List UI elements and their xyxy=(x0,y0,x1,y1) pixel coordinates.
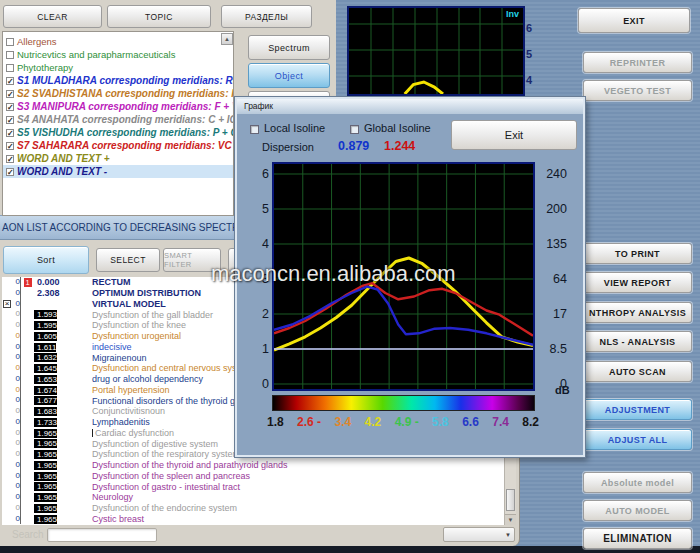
exit-button[interactable]: EXIT xyxy=(578,8,690,33)
list-item[interactable]: ✓S3 MANIPURA corresponding meridians: F … xyxy=(3,100,233,113)
row-count-cell: 0 xyxy=(11,385,21,396)
left-axis-tick: 5 xyxy=(245,202,269,216)
object-button[interactable]: Object xyxy=(248,63,330,88)
dialog-exit-button[interactable]: Exit xyxy=(451,120,577,150)
row-value-cell: 1.677 xyxy=(34,395,84,406)
adjustment-button[interactable]: ADJUSTMENT xyxy=(583,399,692,420)
list-item[interactable]: Allergens xyxy=(3,35,233,48)
list-item-label: WORD AND TEXT + xyxy=(17,153,110,164)
scroll-down-icon[interactable]: ▼ xyxy=(505,514,516,525)
row-name-cell: Cystic breast xyxy=(84,514,516,524)
scroll-up-icon[interactable]: ▲ xyxy=(221,33,233,45)
filter-dropdown[interactable]: ▼ xyxy=(443,527,515,542)
search-input[interactable] xyxy=(47,528,157,542)
auto-scan-button[interactable]: AUTO SCAN xyxy=(583,361,692,382)
nthropy-analysis-button[interactable]: NTHROPY ANALYSIS xyxy=(583,302,692,323)
row-value-cell: 1.605 xyxy=(34,331,84,342)
row-count-cell: 0 xyxy=(11,352,21,363)
left-axis-tick: 3 xyxy=(245,272,269,286)
table-row[interactable]: 01.965Neurology xyxy=(2,492,516,503)
list-item[interactable]: ✓S5 VISHUDHA corresponding meridians: P … xyxy=(3,126,233,139)
checkbox-icon[interactable]: ✓ xyxy=(6,77,14,85)
row-count-cell: 0 xyxy=(11,299,21,310)
spectral-value: 1.645 xyxy=(34,364,57,373)
table-row[interactable]: 01.965Dysfunction of the spleen and panc… xyxy=(2,471,516,482)
row-count-cell: 0 xyxy=(11,492,21,503)
list-item[interactable]: ✓WORD AND TEXT + xyxy=(3,152,233,165)
list-item[interactable]: ✓S4 ANAHATA corresponding meridians: C +… xyxy=(3,113,233,126)
row-name-cell: Dysfunction of the endocrine system xyxy=(84,503,516,513)
bg-axis-tick: 5 xyxy=(526,48,542,60)
left-axis-tick: 6 xyxy=(245,167,269,181)
right-axis-tick: 240 xyxy=(533,167,567,181)
checkbox-icon[interactable]: ✓ xyxy=(6,90,14,98)
background-chart-window: Inv xyxy=(347,6,525,96)
row-value-cell: 1.965 xyxy=(34,503,84,514)
spectral-value: 1.965 xyxy=(34,472,57,481)
checkbox-icon[interactable]: ✓ xyxy=(6,168,14,176)
row-count-cell: 0 xyxy=(11,438,21,449)
table-row[interactable]: 01.965Dysfunction of the thyroid and par… xyxy=(2,460,516,471)
row-value-cell: 1.965 xyxy=(34,438,84,449)
row-count-cell: 0 xyxy=(11,331,21,342)
scale-label: 3.4 xyxy=(334,415,351,429)
checkbox-icon[interactable]: ✓ xyxy=(6,103,14,111)
sort-button[interactable]: Sort xyxy=(3,246,89,274)
clear-button[interactable]: CLEAR xyxy=(3,5,102,28)
checkbox-icon[interactable] xyxy=(6,51,14,59)
elimination-button[interactable]: ELIMINATION xyxy=(583,528,692,549)
reprinter-button[interactable]: REPRINTER xyxy=(583,52,692,73)
row-value-cell: 1.653 xyxy=(34,374,84,385)
row-count-cell: 0 xyxy=(11,503,21,514)
spectral-value: 1.965 xyxy=(34,439,57,448)
auto-model-button[interactable]: AUTO MODEL xyxy=(583,500,692,521)
checkbox-icon[interactable]: ✓ xyxy=(6,142,14,150)
table-row[interactable]: 01.965Dysfunction of gastro - intestinal… xyxy=(2,481,516,492)
scrollbar-thumb[interactable] xyxy=(506,489,515,511)
local-isoline-checkbox[interactable] xyxy=(250,125,259,134)
list-item-label: S2 SVADHISTANA corresponding meridians: … xyxy=(17,88,234,99)
list-item[interactable]: ✓S7 SAHARARA corresponding meridians: VC… xyxy=(3,139,233,152)
checkbox-icon[interactable]: ✓ xyxy=(6,116,14,124)
list-item[interactable]: ✓S1 MULADHARA corresponding meridians: R… xyxy=(3,74,233,87)
checkbox-icon[interactable] xyxy=(6,64,14,72)
nls-analysis-button[interactable]: NLS - ANALYSIS xyxy=(583,331,692,352)
spectral-value: 1.593 xyxy=(34,310,57,319)
spectral-value: 1.677 xyxy=(34,396,57,405)
row-count-cell: 0 xyxy=(11,428,21,439)
select-button[interactable]: SELECT xyxy=(96,248,160,272)
topic-button[interactable]: TOPIC xyxy=(107,5,211,28)
absolute-model-button[interactable]: Absolute model xyxy=(583,472,692,493)
table-row[interactable]: 01.965Cystic breast xyxy=(2,514,516,525)
list-item[interactable]: Nutricevtics and parapharmaceuticals xyxy=(3,48,233,61)
global-isoline-checkbox[interactable] xyxy=(350,125,359,134)
table-row[interactable]: 01.965Dysfunction of the endocrine syste… xyxy=(2,503,516,514)
adjust-all-button[interactable]: ADJUST ALL xyxy=(583,429,692,450)
list-item[interactable]: Phytotherapy xyxy=(3,61,233,74)
catalog-list[interactable]: AllergensNutricevtics and parapharmaceut… xyxy=(2,31,234,216)
row-value-cell: 1.595 xyxy=(34,320,84,331)
checkbox-icon[interactable] xyxy=(6,38,14,46)
list-item[interactable]: ✓WORD AND TEXT - xyxy=(3,165,233,178)
vegeto-test-button[interactable]: VEGETO TEST xyxy=(583,80,692,101)
dropdown-arrow-icon: ▼ xyxy=(505,532,511,538)
smart-filter-button[interactable]: SMART FILTER xyxy=(163,248,221,272)
scale-label: 6.6 xyxy=(462,415,479,429)
checkbox-icon[interactable]: ✓ xyxy=(6,129,14,137)
row-count-cell: 0 xyxy=(11,363,21,374)
dispersion-value-blue: 0.879 xyxy=(338,139,369,153)
sections-button[interactable]: РАЗДЕЛЫ xyxy=(221,5,312,28)
row-rank-cell: 1 xyxy=(21,278,34,287)
dialog-title[interactable]: График xyxy=(237,99,583,114)
left-axis-tick: 2 xyxy=(245,307,269,321)
right-axis-tick: 64 xyxy=(533,272,567,286)
background-chart xyxy=(349,8,523,94)
to-print-button[interactable]: TO PRINT xyxy=(583,243,692,264)
list-item-label: S4 ANAHATA corresponding meridians: C + … xyxy=(17,114,234,125)
view-report-button[interactable]: VIEW REPORT xyxy=(583,272,692,293)
spectrum-button[interactable]: Spectrum xyxy=(248,35,330,60)
spectral-value: 1.733 xyxy=(34,418,57,427)
list-item[interactable]: ✓S2 SVADHISTANA corresponding meridians:… xyxy=(3,87,233,100)
checkbox-icon[interactable]: ✓ xyxy=(6,155,14,163)
row-count-cell: 0 xyxy=(11,514,21,525)
